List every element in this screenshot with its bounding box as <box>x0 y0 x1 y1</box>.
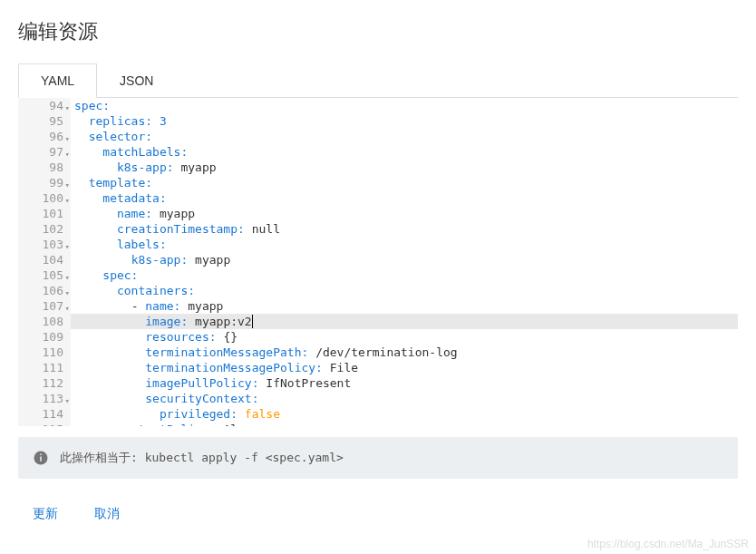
line-number: 105▾ <box>18 267 71 283</box>
yaml-editor[interactable]: 94▾spec:95 replicas: 396▾ selector:97▾ m… <box>18 98 738 426</box>
line-number: 98 <box>18 160 71 175</box>
code-content[interactable]: imagePullPolicy: IfNotPresent <box>71 375 738 391</box>
editor-line[interactable]: 102 creationTimestamp: null <box>18 221 738 237</box>
code-content[interactable]: privileged: false <box>71 406 738 422</box>
line-number: 109 <box>18 329 71 345</box>
code-content[interactable]: metadata: <box>71 190 738 206</box>
editor-line[interactable]: 104 k8s-app: myapp <box>18 252 738 267</box>
code-content[interactable]: terminationMessagePath: /dev/termination… <box>71 345 738 360</box>
line-number: 106▾ <box>18 283 71 298</box>
code-content[interactable]: creationTimestamp: null <box>71 221 738 237</box>
line-number: 102 <box>18 221 71 237</box>
line-number: 103▾ <box>18 237 71 252</box>
line-number: 100▾ <box>18 190 71 206</box>
editor-line[interactable]: 96▾ selector: <box>18 129 738 144</box>
line-number: 115 <box>18 422 71 426</box>
code-content[interactable]: containers: <box>71 283 738 298</box>
editor-line[interactable]: 94▾spec: <box>18 98 738 113</box>
line-number: 95 <box>18 113 71 129</box>
code-content[interactable]: spec: <box>71 98 738 113</box>
editor-line[interactable]: 111 terminationMessagePolicy: File <box>18 360 738 375</box>
editor-line[interactable]: 95 replicas: 3 <box>18 113 738 129</box>
code-content[interactable]: name: myapp <box>71 206 738 221</box>
code-content[interactable]: spec: <box>71 267 738 283</box>
editor-line[interactable]: 103▾ labels: <box>18 237 738 252</box>
line-number: 104 <box>18 252 71 267</box>
svg-rect-2 <box>40 454 42 456</box>
line-number: 97▾ <box>18 144 71 160</box>
code-content[interactable]: matchLabels: <box>71 144 738 160</box>
editor-line[interactable]: 109 resources: {} <box>18 329 738 345</box>
editor-line[interactable]: 115 restartPolicy: Always <box>18 422 738 426</box>
code-content[interactable]: replicas: 3 <box>71 113 738 129</box>
line-number: 101 <box>18 206 71 221</box>
cancel-button[interactable]: 取消 <box>94 501 120 528</box>
line-number: 96▾ <box>18 129 71 144</box>
editor-line[interactable]: 106▾ containers: <box>18 283 738 298</box>
editor-line[interactable]: 100▾ metadata: <box>18 190 738 206</box>
update-button[interactable]: 更新 <box>33 501 58 528</box>
code-content[interactable]: terminationMessagePolicy: File <box>71 360 738 375</box>
info-text: 此操作相当于: kubectl apply -f <spec.yaml> <box>60 450 344 466</box>
editor-line[interactable]: 113▾ securityContext: <box>18 391 738 406</box>
editor-line[interactable]: 108 image: myapp:v2 <box>18 314 738 329</box>
code-content[interactable]: resources: {} <box>71 329 738 345</box>
code-content[interactable]: - name: myapp <box>71 298 738 314</box>
code-content[interactable]: restartPolicy: Always <box>71 422 738 426</box>
editor-line[interactable]: 114 privileged: false <box>18 406 738 422</box>
editor-line[interactable]: 105▾ spec: <box>18 267 738 283</box>
line-number: 108 <box>18 314 71 329</box>
editor-line[interactable]: 97▾ matchLabels: <box>18 144 738 160</box>
format-tabs: YAML JSON <box>18 63 738 98</box>
line-number: 111 <box>18 360 71 375</box>
svg-rect-1 <box>40 457 42 462</box>
code-content[interactable]: image: myapp:v2 <box>71 314 738 329</box>
action-buttons: 更新 取消 <box>18 479 738 535</box>
editor-line[interactable]: 99▾ template: <box>18 175 738 190</box>
tab-yaml[interactable]: YAML <box>18 63 97 98</box>
code-content[interactable]: selector: <box>71 129 738 144</box>
editor-line[interactable]: 110 terminationMessagePath: /dev/termina… <box>18 345 738 360</box>
code-content[interactable]: securityContext: <box>71 391 738 406</box>
editor-line[interactable]: 101 name: myapp <box>18 206 738 221</box>
info-icon <box>33 450 49 466</box>
editor-line[interactable]: 112 imagePullPolicy: IfNotPresent <box>18 375 738 391</box>
line-number: 99▾ <box>18 175 71 190</box>
line-number: 114 <box>18 406 71 422</box>
page-title: 编辑资源 <box>18 18 738 45</box>
editor-line[interactable]: 107▾ - name: myapp <box>18 298 738 314</box>
editor-line[interactable]: 98 k8s-app: myapp <box>18 160 738 175</box>
info-bar: 此操作相当于: kubectl apply -f <spec.yaml> <box>18 437 738 479</box>
code-content[interactable]: template: <box>71 175 738 190</box>
line-number: 94▾ <box>18 98 71 113</box>
code-content[interactable]: k8s-app: myapp <box>71 160 738 175</box>
line-number: 107▾ <box>18 298 71 314</box>
code-content[interactable]: labels: <box>71 237 738 252</box>
line-number: 112 <box>18 375 71 391</box>
tab-json[interactable]: JSON <box>97 63 176 97</box>
code-content[interactable]: k8s-app: myapp <box>71 252 738 267</box>
watermark: https://blog.csdn.net/Ma_JunSSR <box>587 538 749 550</box>
line-number: 110 <box>18 345 71 360</box>
line-number: 113▾ <box>18 391 71 406</box>
